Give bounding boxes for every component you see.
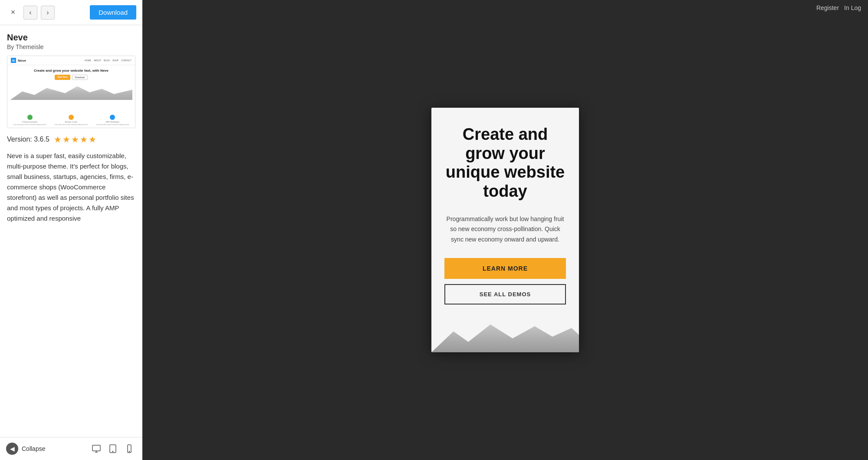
theme-name: Neve	[7, 32, 135, 43]
mini-download-btn: Download	[72, 75, 88, 80]
preview-headline: Create and grow your unique website toda…	[444, 125, 566, 201]
tablet-view-button[interactable]	[106, 442, 120, 456]
next-button[interactable]: ›	[41, 6, 55, 20]
version-rating: Version: 3.6.5 ★ ★ ★ ★ ★	[7, 134, 135, 145]
svg-rect-0	[92, 445, 100, 451]
mini-feature-2: Receive on timeLorem ipsum dolor sit ame…	[51, 115, 91, 126]
collapse-button[interactable]: ◀ Collapse	[6, 443, 45, 455]
mini-nav-links: HOMEABOUTBLOGSHOPCONTACT	[85, 59, 132, 62]
preview-card-content: Create and grow your unique website toda…	[431, 108, 579, 318]
mini-nav: N Neve HOMEABOUTBLOGSHOPCONTACT	[7, 56, 135, 65]
mini-start-btn: Start Now	[55, 75, 70, 80]
star-rating: ★ ★ ★ ★ ★	[54, 134, 96, 145]
mini-feature-3: 100% SatisfactionLorem ipsum dolor sit a…	[93, 115, 132, 126]
mini-hero-title: Create and grow your website fast, with …	[10, 69, 132, 73]
theme-screenshot: N Neve HOMEABOUTBLOGSHOPCONTACT Create a…	[7, 56, 135, 128]
prev-button[interactable]: ‹	[23, 6, 37, 20]
sidebar-toolbar: × ‹ › Download	[0, 0, 142, 25]
learn-more-button[interactable]: LEARN MORE	[444, 258, 566, 279]
theme-author: By Themeisle	[7, 43, 135, 50]
main-preview-area: Create and grow your unique website toda…	[142, 0, 868, 460]
sidebar-content: Neve By Themeisle N Neve HOMEABOUTBLOGSH…	[0, 25, 142, 437]
mobile-view-button[interactable]	[122, 442, 136, 456]
sidebar-bottom: ◀ Collapse	[0, 437, 142, 460]
collapse-arrow-icon: ◀	[6, 443, 18, 455]
preview-subtext: Programmatically work but low hanging fr…	[444, 214, 566, 245]
mini-feature-1: Fixed price projectsLorem ipsum dolor si…	[10, 115, 49, 126]
login-link[interactable]: In Log	[844, 4, 861, 11]
mini-features: Fixed price projectsLorem ipsum dolor si…	[7, 113, 135, 127]
preview-card: Create and grow your unique website toda…	[431, 108, 579, 352]
version-text: Version: 3.6.5	[7, 136, 49, 143]
desktop-view-button[interactable]	[89, 442, 103, 456]
theme-description: Neve is a super fast, easily customizabl…	[7, 151, 135, 224]
mini-hero: Create and grow your website fast, with …	[7, 65, 135, 113]
register-link[interactable]: Register	[816, 4, 839, 11]
mini-logo-box: N	[11, 58, 16, 63]
mini-hero-buttons: Start Now Download	[10, 75, 132, 80]
download-button[interactable]: Download	[90, 5, 136, 20]
preview-mountain	[431, 318, 579, 352]
svg-point-6	[129, 451, 129, 452]
svg-point-4	[112, 451, 113, 452]
collapse-label: Collapse	[22, 445, 45, 452]
view-icons	[89, 442, 136, 456]
mini-mountain	[10, 83, 132, 100]
close-button[interactable]: ×	[6, 6, 20, 20]
mini-logo: N Neve	[11, 58, 26, 63]
theme-sidebar: × ‹ › Download Neve By Themeisle N Neve	[0, 0, 142, 460]
see-all-demos-button[interactable]: SEE ALL DEMOS	[444, 284, 566, 304]
